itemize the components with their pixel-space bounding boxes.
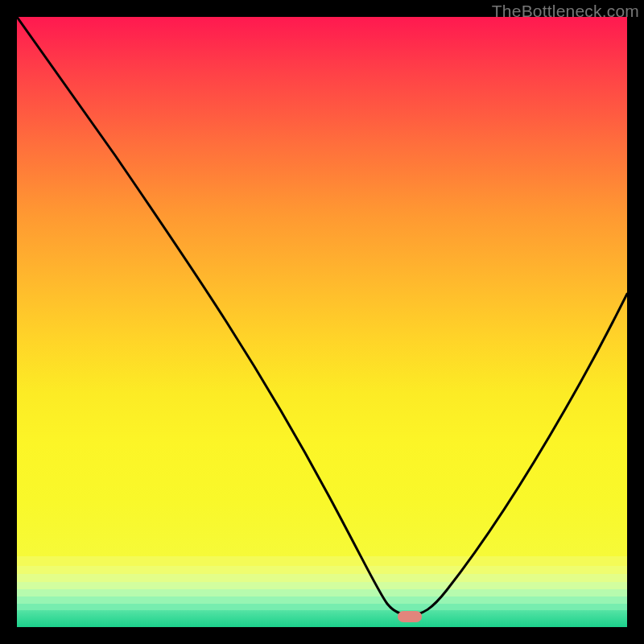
optimum-marker	[398, 611, 422, 622]
chart-root: TheBottleneck.com	[0, 0, 644, 644]
curve-path	[17, 17, 627, 615]
bottleneck-curve	[17, 17, 627, 627]
plot-area	[17, 17, 627, 627]
